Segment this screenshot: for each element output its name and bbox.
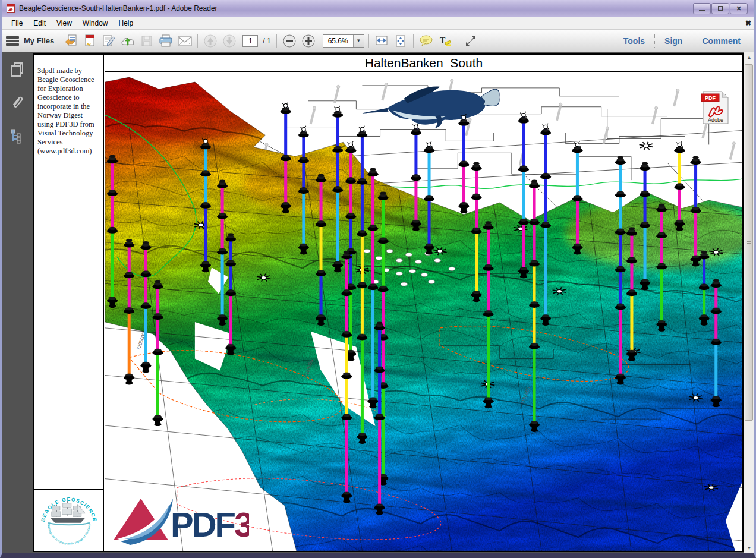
speech-bubble-icon <box>418 34 434 48</box>
close-button[interactable]: ✕ <box>730 3 748 14</box>
plus-circle-icon <box>301 34 316 48</box>
annotation-text: 3dpdf made by Beagle Geoscience for Expl… <box>34 55 103 156</box>
menu-window[interactable]: Window <box>77 17 114 29</box>
recent-files-button[interactable] <box>62 33 79 49</box>
scroll-down-arrow[interactable]: ▼ <box>744 543 754 553</box>
scrollbar-thumb[interactable] <box>745 64 753 421</box>
zoom-level-value[interactable]: 65.6% <box>323 37 353 45</box>
svg-text:Guiding your company on its vo: Guiding your company on its voyage of di… <box>47 524 91 546</box>
menu-file[interactable]: File <box>6 17 28 29</box>
badge-pdf-label: PDF <box>705 95 716 101</box>
up-arrow-circle-icon <box>203 34 218 48</box>
fit-width-button[interactable] <box>373 33 390 49</box>
document-star-icon <box>83 34 97 48</box>
figure-title: HaltenBanken South <box>365 56 483 70</box>
fullscreen-button[interactable] <box>462 33 479 49</box>
navigation-pane <box>2 52 33 553</box>
create-pdf-button[interactable] <box>81 33 98 49</box>
restore-button[interactable] <box>711 3 729 14</box>
hamburger-menu-icon[interactable] <box>6 36 19 46</box>
previous-page-button[interactable] <box>202 33 219 49</box>
menu-edit[interactable]: Edit <box>28 17 51 29</box>
cloud-up-arrow-icon <box>120 34 136 48</box>
printer-icon <box>158 34 174 48</box>
badge-adobe-label: Adobe <box>708 117 723 123</box>
down-arrow-circle-icon <box>222 34 237 48</box>
menu-bar: File Edit View Window Help ✖ <box>0 17 756 30</box>
edit-sign-button[interactable] <box>100 33 117 49</box>
document-area: 3dpdf made by Beagle Geoscience for Expl… <box>2 52 754 553</box>
next-page-button[interactable] <box>221 33 238 49</box>
adobe-pdf-badge: PDF Adobe <box>701 90 729 125</box>
pdf-file-icon <box>6 4 15 13</box>
toolbar: My Files <box>0 30 756 52</box>
model-tree-icon[interactable] <box>9 127 27 145</box>
minus-circle-icon <box>282 34 297 48</box>
save-button[interactable] <box>138 33 155 49</box>
annotation-column: 3dpdf made by Beagle Geoscience for Expl… <box>34 55 104 551</box>
scroll-up-arrow[interactable]: ▲ <box>744 52 754 62</box>
attachments-paperclip-icon[interactable] <box>9 94 27 112</box>
envelope-icon <box>177 34 193 48</box>
pdf3d-logo: PDF3D <box>111 491 249 546</box>
zoom-level-control[interactable]: 65.6% ▼ <box>323 34 364 48</box>
floppy-disk-icon <box>140 34 153 48</box>
highlight-text-button[interactable]: T <box>437 33 453 49</box>
page-thumbnails-icon[interactable] <box>9 61 27 78</box>
pdf-page: 3dpdf made by Beagle Geoscience for Expl… <box>33 53 744 552</box>
beagle-logo-cell: BEAGLE GEOSCIENCE Guiding your company o… <box>34 489 103 551</box>
zoom-dropdown-arrow[interactable]: ▼ <box>353 35 364 47</box>
figure-title-bar: HaltenBanken South <box>105 55 742 72</box>
model-viewport-frame: HaltenBanken South <box>105 55 742 551</box>
minimize-button[interactable] <box>693 3 711 14</box>
comment-bubble-button[interactable] <box>418 33 434 49</box>
title-bar[interactable]: BeagleGeoscience-South-HaltenBanken-1.pd… <box>0 0 756 17</box>
beagle-geoscience-logo: BEAGLE GEOSCIENCE Guiding your company o… <box>38 491 100 550</box>
fit-page-button[interactable] <box>392 33 409 49</box>
svg-text:T: T <box>440 36 446 45</box>
adobe-reader-window: BeagleGeoscience-South-HaltenBanken-1.pd… <box>0 0 756 558</box>
document-back-arrow-icon <box>64 34 78 48</box>
window-title: BeagleGeoscience-South-HaltenBanken-1.pd… <box>19 4 693 12</box>
svg-text:PDF3D: PDF3D <box>171 505 249 544</box>
print-button[interactable] <box>158 33 174 49</box>
menu-help[interactable]: Help <box>114 17 139 29</box>
fit-page-icon <box>393 34 408 48</box>
beagle-logo-arc-bottom: Guiding your company on its voyage of di… <box>47 524 91 546</box>
zoom-in-button[interactable] <box>300 33 317 49</box>
highlighter-icon: T <box>438 34 452 48</box>
document-pencil-icon <box>102 34 116 48</box>
my-files-button[interactable]: My Files <box>24 36 54 45</box>
fit-width-icon <box>374 34 389 48</box>
sign-panel-button[interactable]: Sign <box>655 33 692 49</box>
expand-arrows-icon <box>464 34 478 48</box>
cloud-upload-button[interactable] <box>119 33 136 49</box>
page-number-input[interactable]: 1 <box>242 35 258 47</box>
page-total-label: / 1 <box>263 37 270 45</box>
pdf3d-logo-pdf: PDF <box>171 505 235 544</box>
comment-panel-button[interactable]: Comment <box>692 33 750 49</box>
3d-terrain-model-canvas[interactable]: 7205000719500071850007210000 <box>105 74 742 551</box>
tools-panel-button[interactable]: Tools <box>614 33 654 49</box>
email-button[interactable] <box>177 33 193 49</box>
vertical-scrollbar[interactable]: ▲ ▼ <box>744 52 754 553</box>
close-document-icon[interactable]: ✖ <box>745 19 751 27</box>
pdf3d-logo-3d: 3D <box>234 505 249 544</box>
menu-view[interactable]: View <box>51 17 77 29</box>
zoom-out-button[interactable] <box>281 33 298 49</box>
